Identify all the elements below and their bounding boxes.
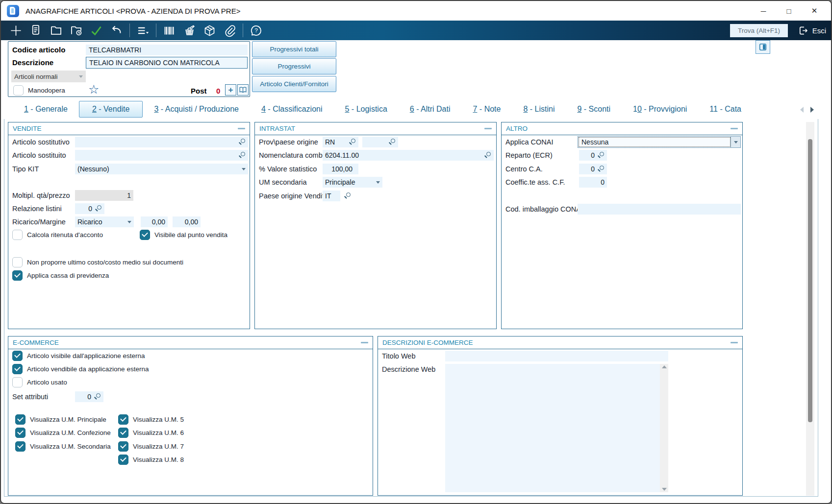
collapse-panel-icon[interactable] bbox=[484, 128, 492, 129]
moltipl-input[interactable]: 1 bbox=[75, 190, 133, 201]
textarea-scrollbar[interactable] bbox=[660, 364, 668, 492]
codice-articolo-input[interactable]: TELCARBMATRI bbox=[86, 45, 248, 55]
copy-document-icon[interactable] bbox=[26, 22, 46, 39]
attachment-icon[interactable] bbox=[220, 22, 240, 39]
chevron-down-icon[interactable] bbox=[731, 137, 740, 147]
articolo-sostituito-label: Articolo sostituito bbox=[12, 151, 66, 159]
reparto-ecr-input[interactable]: 0 bbox=[579, 150, 607, 161]
descrizione-input[interactable]: TELAIO IN CARBONIO CON MATRICOLA bbox=[86, 57, 248, 69]
progressivi-button[interactable]: Progressivi bbox=[252, 58, 336, 74]
um-principale-checkbox[interactable] bbox=[15, 414, 25, 425]
articolo-sostituito-input[interactable] bbox=[75, 150, 248, 161]
favorite-star-icon[interactable]: ☆ bbox=[88, 83, 99, 96]
open-folder-icon[interactable] bbox=[46, 22, 66, 39]
find-input[interactable]: Trova (Alt+F1) bbox=[730, 24, 788, 37]
cod-imballaggio-input[interactable] bbox=[578, 204, 741, 215]
side-panel-toggle-button[interactable] bbox=[756, 40, 770, 54]
tipo-kit-dropdown[interactable]: (Nessuno) bbox=[75, 164, 248, 174]
tab-scroll-right-icon[interactable] bbox=[810, 107, 814, 113]
articolo-usato-checkbox[interactable] bbox=[12, 377, 23, 387]
manodopera-checkbox[interactable] bbox=[13, 85, 24, 96]
scroll-down-icon[interactable] bbox=[662, 488, 667, 491]
tab-logistica[interactable]: 5 - Logistica bbox=[334, 101, 399, 117]
collapse-panel-icon[interactable] bbox=[731, 342, 738, 343]
articolo-visibile-checkbox[interactable] bbox=[12, 351, 23, 361]
um-8-checkbox[interactable] bbox=[118, 455, 128, 465]
um-secondaria-dropdown[interactable]: Principale bbox=[323, 177, 382, 188]
menu-icon[interactable] bbox=[133, 22, 153, 39]
package-icon[interactable] bbox=[200, 22, 220, 39]
barcode-icon[interactable] bbox=[159, 22, 179, 39]
search-lens-icon[interactable] bbox=[95, 205, 102, 212]
non-proporre-checkbox[interactable] bbox=[12, 257, 23, 267]
articolo-clienti-fornitori-button[interactable]: Articolo Clienti/Fornitori bbox=[252, 76, 336, 92]
search-lens-icon[interactable] bbox=[239, 139, 246, 145]
basket-icon[interactable] bbox=[179, 22, 200, 39]
search-lens-icon[interactable] bbox=[239, 152, 246, 159]
undo-icon[interactable] bbox=[106, 22, 126, 39]
tab-sconti[interactable]: 9 - Sconti bbox=[566, 101, 622, 117]
nomenclatura-input[interactable]: 6204.11.00 bbox=[323, 150, 494, 161]
help-icon[interactable]: ? bbox=[246, 22, 266, 39]
paese-origine-vendite-input[interactable]: IT bbox=[323, 191, 340, 201]
tab-generale[interactable]: 1 - Generale bbox=[13, 101, 79, 117]
centro-ca-input[interactable]: 0 bbox=[579, 164, 607, 174]
collapse-panel-icon[interactable] bbox=[361, 342, 368, 343]
collapse-panel-icon[interactable] bbox=[731, 128, 738, 129]
provincia-origine-input[interactable]: RN bbox=[323, 137, 358, 147]
exit-button[interactable]: Esci bbox=[798, 24, 826, 37]
um-confezione-checkbox[interactable] bbox=[15, 428, 25, 438]
tab-provvigioni[interactable]: 10 - Provvigioni bbox=[622, 101, 698, 117]
relazione-listini-input[interactable]: 0 bbox=[75, 203, 104, 214]
search-lens-icon[interactable] bbox=[598, 152, 605, 159]
articolo-vendibile-checkbox[interactable] bbox=[12, 364, 23, 374]
um-6-checkbox[interactable] bbox=[118, 428, 128, 438]
minimize-button[interactable]: ─ bbox=[751, 1, 776, 21]
titolo-web-input[interactable] bbox=[445, 351, 668, 361]
tab-catalogo[interactable]: 11 - Cata bbox=[698, 101, 753, 117]
maximize-button[interactable]: □ bbox=[776, 1, 802, 21]
chevron-down-icon bbox=[376, 181, 380, 184]
confirm-check-icon[interactable] bbox=[86, 22, 106, 39]
tipo-articolo-dropdown[interactable]: Articoli normali bbox=[11, 71, 86, 82]
new-icon[interactable] bbox=[6, 22, 26, 39]
progressivi-totali-button[interactable]: Progressivi totali bbox=[252, 41, 336, 57]
tab-altri-dati[interactable]: 6 - Altri Dati bbox=[399, 101, 462, 117]
tab-listini[interactable]: 8 - Listini bbox=[512, 101, 566, 117]
search-lens-icon[interactable] bbox=[94, 393, 101, 400]
search-lens-icon[interactable] bbox=[598, 166, 605, 172]
tab-classificazioni[interactable]: 4 - Classificazioni bbox=[250, 101, 334, 117]
set-attributi-input[interactable]: 0 bbox=[75, 391, 103, 402]
page-scrollbar-thumb[interactable] bbox=[808, 139, 812, 422]
tipo-kit-label: Tipo KIT bbox=[12, 165, 39, 173]
search-lens-icon[interactable] bbox=[344, 192, 351, 199]
search-lens-icon[interactable] bbox=[389, 139, 396, 145]
calcola-ritenuta-checkbox[interactable] bbox=[12, 230, 23, 240]
close-button[interactable]: ✕ bbox=[802, 1, 827, 21]
applica-conai-dropdown[interactable]: Nessuna bbox=[578, 136, 741, 148]
post-book-button[interactable] bbox=[237, 84, 249, 96]
visibile-punto-vendita-checkbox[interactable] bbox=[140, 230, 150, 240]
um-secondaria-checkbox[interactable] bbox=[15, 441, 25, 452]
ricarico-pct2-input[interactable]: 0,00 bbox=[173, 216, 201, 227]
scroll-up-icon[interactable] bbox=[662, 365, 667, 368]
tab-note[interactable]: 7 - Note bbox=[462, 101, 512, 117]
recent-folder-icon[interactable] bbox=[66, 22, 86, 39]
applica-cassa-checkbox[interactable] bbox=[12, 270, 23, 281]
valore-statistico-input[interactable]: 100,00 bbox=[323, 164, 358, 174]
collapse-panel-icon[interactable] bbox=[238, 128, 245, 129]
search-lens-icon[interactable] bbox=[349, 139, 356, 145]
tab-acquisti-produzione[interactable]: 3 - Acquisti / Produzione bbox=[143, 101, 250, 117]
descrizione-web-textarea[interactable] bbox=[445, 364, 668, 492]
ricarico-pct1-input[interactable]: 0,00 bbox=[141, 216, 168, 227]
tab-vendite[interactable]: 2 - Vendite bbox=[79, 101, 143, 118]
paese-origine-input[interactable] bbox=[362, 137, 398, 147]
ricarico-margine-dropdown[interactable]: Ricarico bbox=[75, 216, 134, 227]
add-post-button[interactable]: + bbox=[225, 84, 236, 96]
articolo-sostitutivo-input[interactable] bbox=[75, 137, 248, 147]
coefficiente-input[interactable]: 0 bbox=[579, 177, 607, 188]
um-7-checkbox[interactable] bbox=[118, 441, 128, 452]
um-5-checkbox[interactable] bbox=[118, 414, 128, 425]
tab-scroll-left-icon[interactable] bbox=[800, 107, 804, 113]
search-lens-icon[interactable] bbox=[484, 152, 491, 159]
